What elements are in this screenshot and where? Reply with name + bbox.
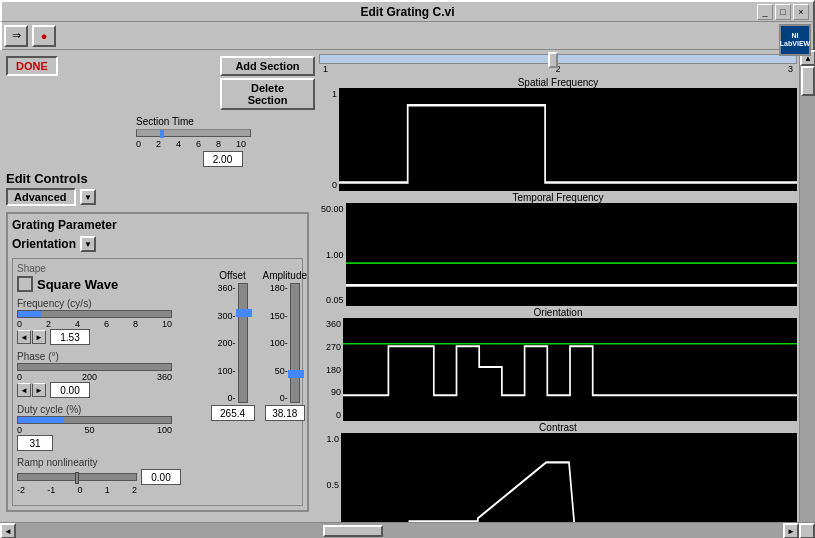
main-area: DONE Add Section Delete Section Section … (0, 50, 815, 538)
ramp-param: Ramp nonlinearity 0.00 -2 -1 0 1 2 (17, 457, 298, 495)
spatial-freq-svg (339, 88, 797, 191)
offset-slider-track[interactable] (238, 283, 248, 403)
offset-label: Offset (219, 270, 246, 281)
frequency-decrement[interactable]: ◄ (17, 330, 31, 344)
maximize-button[interactable]: □ (775, 4, 791, 20)
sf-y-min: 0 (321, 180, 337, 190)
amplitude-slider-col: Amplitude 180- 150- 100- 50- 0- 38.18 (263, 270, 307, 421)
delete-section-button[interactable]: Delete Section (220, 78, 315, 110)
scroll-thumb[interactable] (801, 66, 815, 96)
arrow-icon: ⇒ (12, 29, 21, 42)
temporal-freq-title: Temporal Frequency (319, 192, 797, 203)
sf-y-max: 1 (321, 89, 337, 99)
contrast-graph: Contrast 1.0 0.5 0.0 (319, 422, 797, 536)
title-controls: _ □ × (757, 4, 809, 20)
toolbar: ⇒ ● (0, 22, 815, 50)
frequency-increment[interactable]: ► (32, 330, 46, 344)
frequency-slider[interactable] (17, 310, 172, 318)
labview-logo: NI LabVIEW (779, 24, 811, 56)
spatial-freq-title: Spatial Frequency (319, 77, 797, 88)
orientation-graph: Orientation 360 270 180 90 0 (319, 307, 797, 421)
ramp-value[interactable]: 0.00 (141, 469, 181, 485)
spatial-freq-canvas (339, 88, 797, 191)
horizontal-scrollbar-area: ◄ ► (0, 522, 815, 538)
scroll-right-button[interactable]: ► (783, 523, 799, 538)
contrast-y-axis: 1.0 0.5 0.0 (319, 433, 341, 536)
right-panel: 1 2 3 Spatial Frequency 1 0 (315, 50, 799, 538)
amplitude-slider-track[interactable] (290, 283, 300, 403)
spatial-freq-graph: Spatial Frequency 1 0 (319, 77, 797, 191)
duty-cycle-scale: 0 50 100 (17, 425, 172, 435)
orientation-row: Orientation ▼ (12, 236, 303, 252)
tf-y-mid: 1.00 (321, 250, 344, 260)
ramp-scale: -2 -1 0 1 2 (17, 485, 137, 495)
section-time-scale: 0 2 4 6 8 10 (136, 139, 246, 149)
minimize-button[interactable]: _ (757, 4, 773, 20)
orientation-svg (343, 318, 797, 421)
orientation-graph-area: 360 270 180 90 0 (319, 318, 797, 421)
spatial-freq-slider[interactable] (319, 54, 797, 64)
contrast-graph-area: 1.0 0.5 0.0 (319, 433, 797, 536)
orientation-canvas (343, 318, 797, 421)
phase-slider[interactable] (17, 363, 172, 371)
temporal-freq-svg (346, 203, 797, 306)
hscroll-track (16, 523, 783, 538)
tf-y-min: 0.05 (321, 295, 344, 305)
advanced-dropdown-arrow[interactable]: ▼ (80, 189, 96, 205)
orientation-title: Orientation (319, 307, 797, 318)
left-panel: DONE Add Section Delete Section Section … (0, 50, 315, 538)
spatial-freq-graph-area: 1 0 (319, 88, 797, 191)
offset-value[interactable]: 265.4 (211, 405, 255, 421)
vert-sliders: Offset 360- 300- 200- 100- 0- 265.4 (211, 270, 307, 421)
orientation-dropdown-arrow[interactable]: ▼ (80, 236, 96, 252)
orientation-label: Orientation (12, 237, 76, 251)
duty-cycle-slider[interactable] (17, 416, 172, 424)
phase-scale: 0 200 360 (17, 372, 172, 382)
done-button[interactable]: DONE (6, 56, 58, 76)
close-button[interactable]: × (793, 4, 809, 20)
phase-increment[interactable]: ► (32, 383, 46, 397)
phase-decrement[interactable]: ◄ (17, 383, 31, 397)
duty-cycle-input-row: 31 (17, 435, 298, 451)
amplitude-value[interactable]: 38.18 (265, 405, 305, 421)
offset-slider-col: Offset 360- 300- 200- 100- 0- 265.4 (211, 270, 255, 421)
temporal-freq-y-axis: 50.00 1.00 0.05 (319, 203, 346, 306)
duty-cycle-value[interactable]: 31 (17, 435, 53, 451)
c-y-max: 1.0 (321, 434, 339, 444)
add-section-button[interactable]: Add Section (220, 56, 315, 76)
scroll-left-button[interactable]: ◄ (0, 523, 16, 538)
contrast-canvas (341, 433, 797, 536)
arrow-button[interactable]: ⇒ (4, 25, 28, 47)
orientation-y-axis: 360 270 180 90 0 (319, 318, 343, 421)
tf-y-max: 50.00 (321, 204, 344, 214)
stop-icon: ● (41, 30, 48, 42)
advanced-row: Advanced ▼ (6, 188, 309, 206)
ramp-slider[interactable] (17, 473, 137, 481)
vertical-scrollbar: ▲ ▼ (799, 50, 815, 538)
temporal-freq-canvas (346, 203, 797, 306)
title-bar: Edit Grating C.vi _ □ × (0, 0, 815, 22)
scroll-track (800, 66, 815, 524)
amplitude-label: Amplitude (263, 270, 307, 281)
amplitude-scale: 180- 150- 100- 50- 0- (270, 283, 288, 403)
scroll-right-icon: ► (787, 527, 795, 536)
contrast-svg (341, 433, 797, 536)
phase-value[interactable]: 0.00 (50, 382, 90, 398)
scroll-corner (799, 523, 815, 538)
c-y-mid: 0.5 (321, 480, 339, 490)
hscroll-thumb[interactable] (323, 525, 383, 537)
temporal-freq-graph-area: 50.00 1.00 0.05 (319, 203, 797, 306)
section-time-slider[interactable] (136, 129, 251, 137)
contrast-title: Contrast (319, 422, 797, 433)
temporal-freq-graph: Temporal Frequency 50.00 1.00 0.05 (319, 192, 797, 306)
shape-value: Square Wave (37, 277, 118, 292)
section-time-value[interactable]: 2.00 (203, 151, 243, 167)
frequency-scale: 0 2 4 6 8 10 (17, 319, 172, 329)
window-title: Edit Grating C.vi (360, 5, 454, 19)
frequency-value[interactable]: 1.53 (50, 329, 90, 345)
shape-indicator (17, 276, 33, 292)
advanced-dropdown[interactable]: Advanced (6, 188, 76, 206)
section-time-label: Section Time (136, 116, 309, 127)
stop-button[interactable]: ● (32, 25, 56, 47)
scroll-left-icon: ◄ (4, 527, 12, 536)
